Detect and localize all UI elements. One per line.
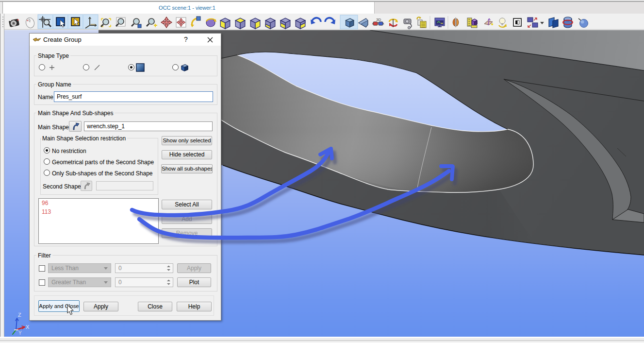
svg-text:Y: Y	[18, 330, 22, 336]
svg-text:Z: Z	[18, 312, 21, 318]
svg-text:3D: 3D	[376, 17, 381, 22]
svg-text:X: X	[26, 324, 30, 330]
